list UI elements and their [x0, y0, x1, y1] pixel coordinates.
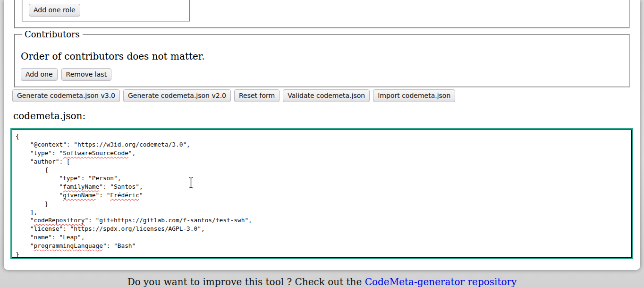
remove-last-contributor-button[interactable]: Remove last	[61, 68, 112, 81]
contributors-fieldset: Contributors Order of contributors does …	[14, 29, 630, 87]
footer-text: Do you want to improve this tool ? Check…	[127, 276, 365, 288]
code-line: "@context": "https://w3id.org/codemeta/3…	[16, 140, 628, 149]
code-line: "license": "https://spdx.org/licenses/AG…	[16, 225, 628, 233]
codemeta-output[interactable]: { "@context": "https://w3id.org/codemeta…	[10, 128, 633, 259]
code-line: "codeRepository": "git+https://gitlab.co…	[16, 216, 628, 225]
code-line: }	[16, 200, 628, 208]
actions-row: Generate codemeta.json v3.0Generate code…	[12, 89, 455, 102]
codemeta-generator-repository-link[interactable]: CodeMeta-generator repository	[365, 276, 517, 288]
code-line: "author": [	[16, 157, 628, 166]
codemeta-output-label: codemeta.json:	[13, 110, 85, 122]
code-line: ],	[16, 208, 628, 217]
code-line: "type": "SoftwareSourceCode",	[16, 149, 628, 157]
code-line: "programmingLanguage": "Bash"	[16, 242, 628, 250]
generate-v2-button[interactable]: Generate codemeta.json v2.0	[123, 89, 231, 102]
validate-button[interactable]: Validate codemeta.json	[283, 89, 370, 102]
footer: Do you want to improve this tool ? Check…	[0, 276, 644, 288]
import-button[interactable]: Import codemeta.json	[373, 89, 455, 102]
code-line: "name": "Leap",	[16, 233, 628, 242]
code-line: "familyName": "Santos",	[16, 183, 628, 191]
contributors-note: Order of contributors does not matter.	[21, 51, 629, 62]
code-line: "givenName": "Frédéric"	[16, 191, 628, 200]
contributors-legend: Contributors	[22, 29, 83, 39]
reset-form-button[interactable]: Reset form	[234, 89, 280, 102]
code-line: }	[16, 250, 628, 259]
generate-v3-button[interactable]: Generate codemeta.json v3.0	[12, 89, 120, 102]
add-one-contributor-button[interactable]: Add one	[21, 68, 58, 81]
add-one-role-button[interactable]: Add one role	[29, 4, 80, 17]
main-content: Add one role Contributors Order of contr…	[4, 0, 640, 270]
code-line: {	[16, 166, 628, 174]
code-line: {	[16, 132, 628, 140]
contributors-button-row: Add one Remove last	[21, 68, 629, 81]
text-cursor-pointer	[188, 176, 194, 189]
code-line: "type": "Person",	[16, 174, 628, 183]
